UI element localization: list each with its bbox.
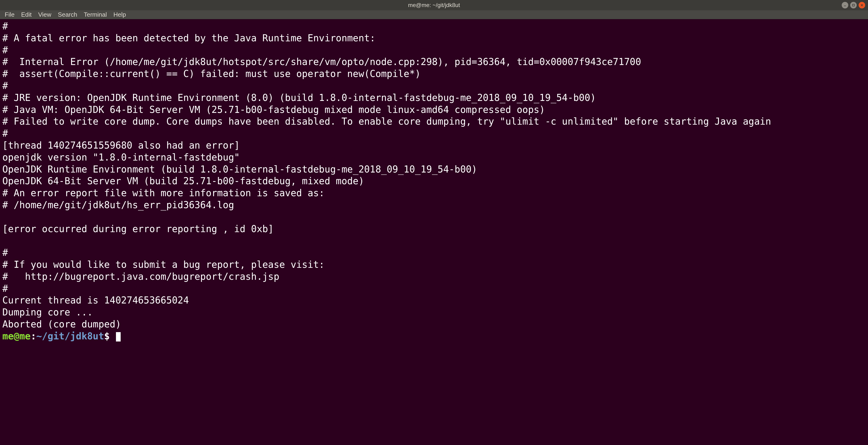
menu-search[interactable]: Search	[55, 10, 80, 19]
terminal-output: # # A fatal error has been detected by t…	[2, 21, 771, 329]
maximize-icon	[852, 4, 855, 7]
close-button[interactable]	[859, 2, 865, 8]
window-controls	[842, 2, 865, 8]
svg-rect-1	[852, 4, 855, 6]
menu-help[interactable]: Help	[111, 10, 129, 19]
maximize-button[interactable]	[850, 2, 857, 8]
cursor	[116, 332, 121, 342]
prompt-path: ~/git/jdk8ut	[36, 331, 104, 342]
prompt-colon: :	[31, 331, 36, 342]
menu-view[interactable]: View	[35, 10, 54, 19]
close-icon	[861, 4, 863, 7]
prompt-user-host: me@me	[2, 331, 31, 342]
terminal-body[interactable]: # # A fatal error has been detected by t…	[0, 19, 868, 445]
menu-terminal[interactable]: Terminal	[81, 10, 110, 19]
menubar: File Edit View Search Terminal Help	[0, 10, 868, 19]
menu-file[interactable]: File	[2, 10, 18, 19]
minimize-button[interactable]	[842, 2, 848, 8]
menu-edit[interactable]: Edit	[18, 10, 34, 19]
titlebar: me@me: ~/git/jdk8ut	[0, 0, 868, 10]
window-title: me@me: ~/git/jdk8ut	[408, 2, 460, 8]
minimize-icon	[844, 4, 846, 7]
prompt-symbol: $	[104, 331, 110, 342]
